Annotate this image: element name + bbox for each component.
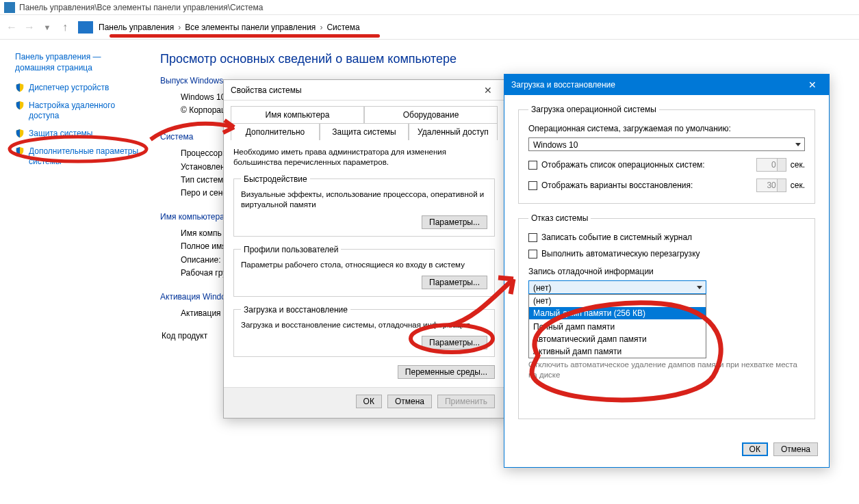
group-legend: Отказ системы bbox=[528, 213, 591, 223]
group-user-profiles: Профили пользователей Параметры рабочего… bbox=[233, 245, 495, 297]
window-title-bar: Панель управления\Все элементы панели уп… bbox=[0, 0, 859, 15]
window-path: Панель управления\Все элементы панели уп… bbox=[19, 3, 263, 12]
tab-remote[interactable]: Удаленный доступ bbox=[409, 123, 498, 140]
group-legend: Быстродействие bbox=[241, 174, 310, 184]
default-os-label: Операционная система, загружаемая по умо… bbox=[528, 124, 805, 133]
sidebar-item-label: Защита системы bbox=[29, 129, 92, 140]
dialog-startup-recovery: Загрузка и восстановление ✕ Загрузка опе… bbox=[504, 74, 830, 468]
crumb-control-panel[interactable]: Панель управления bbox=[99, 23, 174, 32]
dialog-title-bar[interactable]: Свойства системы ✕ bbox=[224, 80, 504, 101]
startup-recovery-settings-button[interactable]: Параметры... bbox=[422, 336, 487, 349]
group-legend: Профили пользователей bbox=[241, 245, 341, 254]
group-system-failure: Отказ системы Записать событие в системн… bbox=[518, 213, 815, 419]
dialog-title-text: Свойства системы bbox=[231, 85, 302, 95]
dialog-footer: ОК Отмена bbox=[504, 436, 829, 467]
folder-icon bbox=[78, 21, 93, 34]
sidebar-item-label: Дополнительные параметры системы bbox=[29, 146, 142, 168]
dump-option-small[interactable]: Малый дамп памяти (256 КВ) bbox=[529, 307, 706, 319]
recent-locations-button[interactable]: ▼ bbox=[40, 20, 55, 35]
tab-computer-name[interactable]: Имя компьютера bbox=[231, 106, 364, 123]
performance-settings-button[interactable]: Параметры... bbox=[422, 215, 487, 229]
page-title: Просмотр основных сведений о вашем компь… bbox=[160, 52, 457, 66]
admin-note: Необходимо иметь права администратора дл… bbox=[233, 147, 495, 168]
tab-advanced[interactable]: Дополнительно bbox=[231, 123, 320, 140]
crumb-all-items[interactable]: Все элементы панели управления bbox=[185, 23, 316, 32]
cancel-button[interactable]: Отмена bbox=[387, 395, 432, 408]
apply-button[interactable]: Применить bbox=[437, 395, 495, 408]
cancel-button[interactable]: Отмена bbox=[773, 442, 818, 456]
control-panel-home-link[interactable]: Панель управления — домашняя страница bbox=[15, 52, 142, 73]
group-text: Параметры рабочего стола, относящиеся ко… bbox=[241, 260, 487, 270]
dialog-body: Необходимо иметь права администратора дл… bbox=[224, 140, 504, 387]
checkbox-label: Отображать список операционных систем: bbox=[541, 160, 752, 170]
sidebar: Панель управления — домашняя страница Ди… bbox=[0, 40, 151, 343]
disable-auto-delete-label: Отключить автоматическое удаление дампов… bbox=[528, 360, 805, 380]
checkbox-label: Выполнить автоматическую перезагрузку bbox=[541, 249, 700, 258]
dialog-body: Загрузка операционной системы Операционн… bbox=[504, 95, 829, 436]
group-system-startup: Загрузка операционной системы Операционн… bbox=[518, 105, 815, 204]
crumb-system[interactable]: Система bbox=[326, 23, 359, 32]
dump-type-selected: (нет) bbox=[533, 283, 551, 293]
dump-option-auto[interactable]: Автоматический дамп памяти bbox=[529, 333, 706, 345]
checkbox-label: Отображать варианты восстановления: bbox=[541, 181, 752, 190]
dialog-title-text: Загрузка и восстановление bbox=[511, 80, 615, 90]
os-list-seconds-spinner[interactable]: 0 bbox=[756, 158, 786, 172]
chevron-down-icon bbox=[795, 143, 801, 146]
forward-button[interactable]: → bbox=[22, 20, 37, 35]
crumb-sep: › bbox=[320, 23, 322, 32]
ok-button[interactable]: ОК bbox=[356, 395, 382, 408]
default-os-value: Windows 10 bbox=[533, 140, 578, 150]
group-legend: Загрузка и восстановление bbox=[241, 305, 350, 315]
control-panel-icon bbox=[4, 2, 15, 13]
dialog-title-bar[interactable]: Загрузка и восстановление ✕ bbox=[504, 75, 829, 95]
close-icon[interactable]: ✕ bbox=[803, 78, 822, 92]
shield-icon bbox=[15, 83, 25, 92]
tabs-row-1: Имя компьютера Оборудование bbox=[231, 106, 498, 123]
dialog-footer: ОК Отмена Применить bbox=[224, 387, 504, 418]
sidebar-item-label: Настройка удаленного доступа bbox=[29, 101, 142, 122]
dump-option-none[interactable]: (нет) bbox=[529, 295, 706, 307]
env-vars-button[interactable]: Переменные среды... bbox=[398, 365, 495, 379]
breadcrumb[interactable]: Панель управления › Все элементы панели … bbox=[99, 23, 360, 32]
dialog-system-properties: Свойства системы ✕ Имя компьютера Оборуд… bbox=[223, 79, 505, 419]
dump-type-combo[interactable]: (нет) bbox=[528, 280, 706, 294]
sidebar-item-device-manager[interactable]: Диспетчер устройств bbox=[15, 83, 142, 94]
default-os-combo[interactable]: Windows 10 bbox=[528, 137, 805, 151]
group-text: Загрузка и восстановление системы, отлад… bbox=[241, 320, 487, 330]
seconds-unit: сек. bbox=[791, 160, 805, 170]
tab-system-protection[interactable]: Защита системы bbox=[320, 123, 409, 140]
shield-icon bbox=[15, 129, 25, 138]
close-icon[interactable]: ✕ bbox=[478, 83, 498, 97]
nav-bar: ← → ▼ ↑ Панель управления › Все элементы… bbox=[0, 15, 859, 40]
tabs-row-2: Дополнительно Защита системы Удаленный д… bbox=[231, 123, 498, 140]
dump-type-dropdown[interactable]: (нет) Малый дамп памяти (256 КВ) Дамп па… bbox=[528, 294, 706, 358]
dump-option-active[interactable]: Активный дамп памяти bbox=[529, 345, 706, 358]
sidebar-item-advanced-system-settings[interactable]: Дополнительные параметры системы bbox=[15, 146, 142, 168]
group-text: Визуальные эффекты, использование процес… bbox=[241, 189, 487, 210]
group-legend: Загрузка операционной системы bbox=[528, 105, 659, 114]
sidebar-item-label: Диспетчер устройств bbox=[29, 83, 109, 94]
group-startup-recovery: Загрузка и восстановление Загрузка и вос… bbox=[233, 305, 495, 357]
up-button[interactable]: ↑ bbox=[57, 20, 73, 35]
shield-icon bbox=[15, 146, 25, 156]
sidebar-item-system-protection[interactable]: Защита системы bbox=[15, 129, 142, 140]
dump-option-full[interactable]: Полный дамп памяти bbox=[529, 321, 706, 333]
seconds-unit: сек. bbox=[791, 181, 805, 190]
checkbox-label: Записать событие в системный журнал bbox=[541, 233, 692, 242]
checkbox-write-event[interactable] bbox=[528, 233, 537, 242]
tab-hardware[interactable]: Оборудование bbox=[364, 106, 498, 123]
checkbox-auto-restart[interactable] bbox=[528, 250, 537, 258]
group-performance: Быстродействие Визуальные эффекты, испол… bbox=[233, 174, 495, 237]
dump-label: Запись отладочной информации bbox=[528, 267, 805, 276]
shield-icon bbox=[15, 101, 25, 110]
profiles-settings-button[interactable]: Параметры... bbox=[422, 276, 487, 289]
crumb-sep: › bbox=[178, 23, 181, 32]
checkbox-show-os-list[interactable] bbox=[528, 161, 537, 170]
ok-button[interactable]: ОК bbox=[742, 442, 768, 456]
recovery-seconds-spinner[interactable]: 30 bbox=[756, 178, 786, 192]
sidebar-item-remote-settings[interactable]: Настройка удаленного доступа bbox=[15, 101, 142, 122]
checkbox-show-recovery[interactable] bbox=[528, 181, 537, 190]
back-button[interactable]: ← bbox=[4, 20, 19, 35]
